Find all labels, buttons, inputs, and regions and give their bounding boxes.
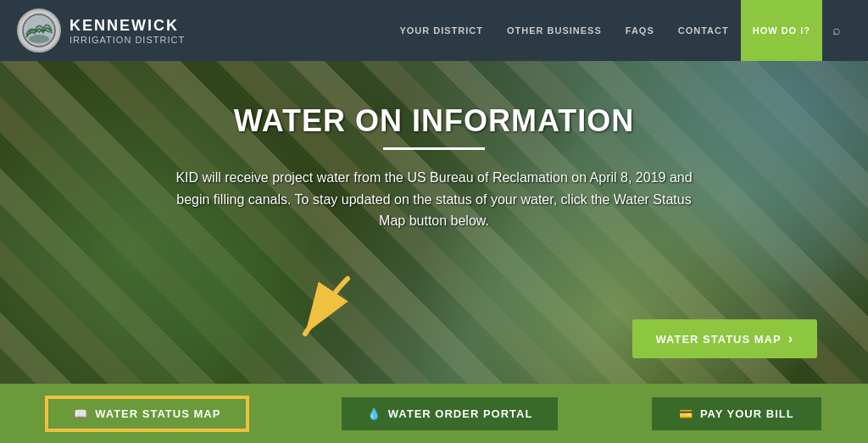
- search-icon[interactable]: ⌕: [822, 0, 851, 61]
- footer-btn1-label: WATER STATUS MAP: [95, 407, 220, 420]
- logo-area[interactable]: KENNEWICK IRRIGATION DISTRICT: [17, 8, 185, 53]
- water-drop-icon: 💧: [367, 407, 381, 420]
- footer-water-status-map-button[interactable]: 📖 WATER STATUS MAP: [47, 397, 248, 430]
- chevron-right-icon: ›: [788, 331, 793, 346]
- pay-bill-icon: 💳: [679, 407, 693, 420]
- nav-your-district[interactable]: YOUR DISTRICT: [387, 0, 495, 61]
- header: KENNEWICK IRRIGATION DISTRICT YOUR DISTR…: [0, 0, 868, 61]
- footer-water-order-portal-button[interactable]: 💧 WATER ORDER PORTAL: [342, 397, 559, 430]
- footer-btn2-label: WATER ORDER PORTAL: [388, 407, 533, 420]
- logo-icon: [17, 8, 61, 53]
- footer-btn3-label: PAY YOUR BILL: [700, 407, 794, 420]
- navigation: YOUR DISTRICT OTHER BUSINESS FAQS CONTAC…: [387, 0, 851, 61]
- nav-other-business[interactable]: OTHER BUSINESS: [495, 0, 614, 61]
- nav-how-do-i[interactable]: HOW DO I?: [741, 0, 822, 61]
- svg-point-1: [29, 35, 49, 43]
- water-status-label: WATER STATUS MAP: [656, 333, 782, 346]
- hero-title: WATER ON INFORMATION: [0, 103, 868, 139]
- footer-pay-your-bill-button[interactable]: 💳 PAY YOUR BILL: [652, 397, 821, 430]
- hero-body: KID will receive project water from the …: [171, 167, 697, 232]
- water-status-map-button[interactable]: WATER STATUS MAP ›: [632, 319, 818, 358]
- nav-faqs[interactable]: FAQS: [614, 0, 666, 61]
- map-book-icon: 📖: [74, 407, 88, 420]
- arrow-indicator: [280, 270, 364, 350]
- hero-divider: [383, 147, 485, 150]
- nav-contact[interactable]: CONTACT: [666, 0, 741, 61]
- logo-subtitle: IRRIGATION DISTRICT: [70, 35, 185, 45]
- logo-text: KENNEWICK IRRIGATION DISTRICT: [70, 17, 185, 45]
- hero-content: WATER ON INFORMATION KID will receive pr…: [0, 61, 868, 232]
- footer-bar: 📖 WATER STATUS MAP 💧 WATER ORDER PORTAL …: [0, 384, 868, 443]
- logo-name: KENNEWICK: [70, 17, 185, 35]
- hero-section: WATER ON INFORMATION KID will receive pr…: [0, 61, 868, 384]
